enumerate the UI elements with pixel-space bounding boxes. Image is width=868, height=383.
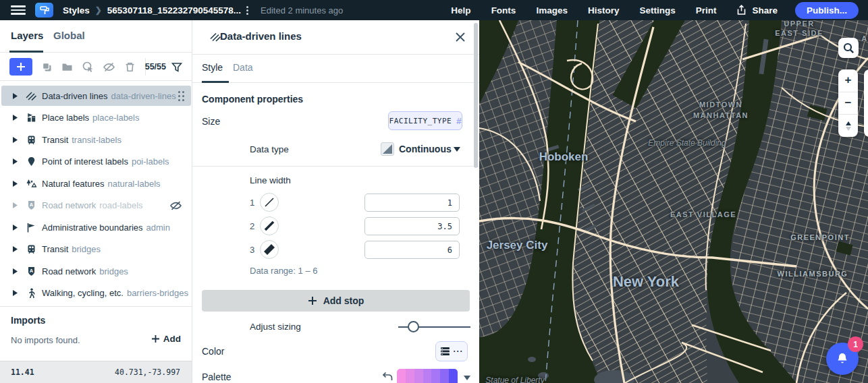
publish-button[interactable]: Publish... (795, 2, 859, 19)
number-type-hash-icon: # (456, 116, 461, 126)
reset-palette-undo-icon[interactable] (382, 372, 393, 382)
menu-help[interactable]: Help (451, 5, 470, 16)
poi-pin-icon (26, 156, 36, 167)
breadcrumb-style-name[interactable]: 565307118_152232790545578... (107, 5, 241, 16)
transit-layer-icon (26, 135, 36, 145)
add-stop-button[interactable]: Add stop (202, 290, 470, 312)
chevron-down-icon[interactable] (454, 147, 460, 152)
place-labels-icon (26, 113, 36, 123)
layer-properties-panel: Data-driven lines Style Data Component p… (192, 20, 479, 383)
tab-layers[interactable]: Layers (11, 30, 43, 41)
filter-layers-funnel-icon[interactable] (171, 62, 182, 72)
layer-hidden-eye-off-icon[interactable] (169, 200, 182, 211)
duplicate-layer-icon[interactable] (41, 61, 53, 73)
imports-title: Imports (11, 315, 45, 326)
select-feature-icon[interactable] (82, 61, 94, 73)
expand-caret-icon[interactable] (12, 114, 18, 121)
line-width-input-2[interactable] (364, 217, 460, 235)
line-width-stop-row: 2 (192, 216, 479, 237)
compass-bearing-control[interactable] (838, 114, 858, 137)
layer-row-poi-labels[interactable]: Point of interest labels poi-labels (1, 152, 191, 172)
adjust-sizing-slider[interactable] (398, 326, 470, 328)
hamburger-menu-icon[interactable] (11, 5, 26, 15)
palette-swatch[interactable] (397, 369, 458, 383)
lines-layer-icon (210, 32, 221, 42)
menu-fonts[interactable]: Fonts (491, 5, 516, 16)
panel-tab-style[interactable]: Style (202, 62, 223, 73)
expand-caret-icon[interactable] (12, 224, 18, 231)
menu-images[interactable]: Images (536, 5, 568, 16)
chevron-down-icon[interactable] (464, 376, 470, 380)
list-expression-icon (440, 347, 450, 356)
panel-title: Data-driven lines (220, 30, 302, 42)
menu-settings[interactable]: Settings (639, 5, 675, 16)
layer-row-data-driven-lines[interactable]: Data-driven lines data-driven-lines (1, 86, 191, 106)
tab-global[interactable]: Global (53, 30, 85, 41)
color-options-button[interactable]: ··· (435, 341, 468, 361)
add-import-button[interactable]: Add (151, 334, 181, 344)
menu-print[interactable]: Print (696, 5, 717, 16)
expand-caret-icon[interactable] (12, 92, 18, 100)
delete-layer-trash-icon[interactable] (124, 61, 136, 73)
map-search-button[interactable] (838, 38, 859, 58)
line-width-swatch-thick[interactable] (260, 240, 279, 259)
expand-caret-icon[interactable] (12, 136, 18, 144)
layer-row-admin-boundaries[interactable]: Administrative boundaries admin (1, 217, 191, 237)
panel-tab-data[interactable]: Data (233, 62, 253, 73)
bell-icon (835, 351, 850, 366)
drag-handle-icon[interactable] (178, 91, 184, 101)
size-field-token[interactable]: FACILITY_TYPE # (388, 111, 462, 130)
bearing-down-icon (846, 127, 851, 131)
line-width-swatch-thin[interactable] (260, 193, 279, 212)
style-options-kebab-icon[interactable] (246, 6, 248, 15)
search-icon (843, 42, 855, 54)
line-width-input-3[interactable] (364, 241, 460, 259)
panel-scrollbar[interactable] (474, 23, 478, 168)
expand-caret-icon[interactable] (12, 158, 18, 165)
top-bar: Styles ❯ 565307118_152232790545578... Ed… (0, 0, 868, 20)
close-panel-icon[interactable] (455, 32, 466, 42)
zoom-level-value: 11.41 (11, 367, 34, 377)
data-type-dropdown[interactable]: Continuous (399, 144, 452, 154)
add-layer-button[interactable] (9, 58, 32, 76)
line-width-stop-row: 1 (192, 193, 479, 213)
expand-caret-icon[interactable] (12, 268, 18, 275)
menu-history[interactable]: History (588, 5, 620, 16)
svg-text:A: A (29, 202, 33, 208)
hide-layer-eye-off-icon[interactable] (103, 61, 115, 73)
expand-caret-icon[interactable] (12, 180, 18, 187)
layer-row-transit-labels[interactable]: Transit transit-labels (1, 129, 191, 150)
breadcrumb-styles[interactable]: Styles (63, 5, 90, 16)
notification-count-badge[interactable]: 1 (848, 336, 863, 352)
share-button[interactable]: Share (736, 5, 778, 16)
layer-row-transit-bridges[interactable]: Transit bridges (1, 239, 191, 260)
slider-knob[interactable] (408, 321, 419, 332)
expand-caret-icon[interactable] (12, 289, 18, 297)
zoom-in-button[interactable]: + (838, 69, 858, 92)
mapbox-studio-logo[interactable] (35, 3, 53, 18)
layer-row-road-bridges[interactable]: A Road network bridges (1, 261, 191, 281)
map-viewport[interactable]: UPPER EAST SIDE MIDTOWN MANHATTAN Empire… (479, 20, 868, 383)
transit-layer-icon (26, 244, 36, 254)
layer-count: 55/55 (145, 62, 166, 71)
bearing-up-icon (846, 121, 851, 125)
share-icon (736, 5, 747, 16)
color-label: Color (202, 346, 224, 357)
lines-layer-icon (26, 91, 36, 100)
layer-row-place-labels[interactable]: Place labels place-labels (1, 108, 191, 128)
expand-caret-icon[interactable] (12, 245, 18, 253)
imports-empty-text: No imports found. (11, 335, 80, 345)
line-width-swatch-medium[interactable] (260, 216, 279, 235)
size-label: Size (202, 116, 220, 127)
line-width-input-1[interactable] (364, 194, 460, 212)
top-menu: Help Fonts Images History Settings Print (451, 5, 716, 16)
map-canvas[interactable] (479, 20, 868, 383)
layer-row-road-labels[interactable]: A Road network road-labels (1, 196, 191, 216)
zoom-out-button[interactable]: − (838, 92, 858, 115)
expand-caret-icon[interactable] (12, 202, 18, 209)
layers-sidebar: Layers Global 55/55 (0, 20, 192, 383)
layer-row-barriers-bridges[interactable]: Walking, cycling, etc. barriers-bridges (1, 283, 191, 303)
layer-row-natural-labels[interactable]: Natural features natural-labels (1, 173, 191, 194)
clipped-edge-control[interactable] (864, 69, 868, 137)
group-layers-folder-icon[interactable] (61, 62, 73, 72)
